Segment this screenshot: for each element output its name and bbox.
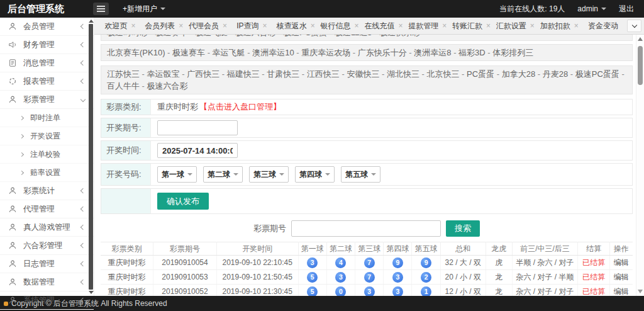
close-icon[interactable]: × [131,22,135,30]
game-link[interactable]: 极速时时彩 [107,35,148,37]
edit-link[interactable]: 编辑 [614,258,629,267]
sidebar-subitem-odds-settings[interactable]: 赔率设置 [0,164,94,182]
game-link[interactable]: 江苏快三 [107,69,140,79]
game-link[interactable]: 安徽快三 [347,69,379,79]
publish-button[interactable]: 确认发布 [157,193,209,210]
game-link[interactable]: 福建快三 [227,69,260,79]
ball-select[interactable]: 第五球 [341,166,380,183]
edit-link[interactable]: 编辑 [614,287,629,296]
ball-select[interactable]: 第一球 [157,166,197,183]
user-menu[interactable]: admin [577,4,606,13]
sidebar-item-data[interactable]: 数据管理 [0,273,94,291]
ball-select[interactable]: 第四球 [295,166,335,183]
close-icon[interactable]: × [574,22,579,30]
sidebar-item-system[interactable]: 系统管理 [0,291,94,310]
close-icon[interactable]: × [263,22,267,30]
sidebar-item-mark-six[interactable]: 六合彩管理 [0,237,94,255]
game-link[interactable]: 丹麦28 [543,69,568,79]
tab-ip-query[interactable]: IP查询× [230,21,274,31]
logout-button[interactable]: 退出 [619,4,634,14]
search-button[interactable]: 搜索 [446,220,480,237]
scroll-down-icon[interactable] [638,290,643,293]
game-link[interactable]: 体彩排列三 [492,48,533,57]
column-header: 结算 [578,242,609,256]
game-link[interactable]: 极速赛车 [155,35,188,37]
game-link[interactable]: 北京赛车(PK10) [107,48,165,57]
close-icon[interactable]: × [311,22,315,30]
game-link[interactable]: 极速六合彩 [235,35,276,37]
search-input[interactable] [291,220,441,237]
game-link[interactable]: 极速PC蛋蛋 [283,35,327,37]
game-link[interactable]: 澳洲幸运10 [252,48,294,57]
game-link[interactable]: 重庆幸运农场 [301,48,350,57]
game-link[interactable]: 极速快乐彩 [379,35,420,37]
sidebar-item-message[interactable]: 消息管理 [0,54,94,72]
file-icon [8,59,18,68]
game-link[interactable]: 百人牛牛 [107,81,140,91]
game-link[interactable]: 加拿大28 [502,69,535,79]
sidebar-item-lottery[interactable]: 彩票管理 [0,91,94,109]
game-link[interactable]: 北京快三 [427,69,460,79]
close-icon[interactable]: × [223,22,227,30]
sidebar-item-lottery-stats[interactable]: 彩票统计 [0,182,94,200]
time-input[interactable] [157,143,238,158]
sidebar-item-finance[interactable]: 财务管理 [0,36,94,54]
close-icon[interactable]: × [442,22,447,30]
game-link[interactable]: 湖北快三 [387,69,419,79]
sidebar-subitem-order-check[interactable]: 注单校验 [0,145,94,164]
game-link[interactable]: 极速六合彩 [147,81,188,91]
game-link[interactable]: 澳洲幸运8 [414,48,451,57]
tab-transfer-remit[interactable]: 转账汇款× [450,21,494,31]
ball-select[interactable]: 第三球 [249,166,289,183]
game-link[interactable]: 极速PC蛋蛋 [575,69,619,79]
tab-agent-member[interactable]: 代理会员× [186,21,230,31]
tab-member-list[interactable]: 会员列表× [142,21,186,31]
sidebar-scrollbar[interactable] [88,18,94,296]
hamburger-icon[interactable] [93,3,109,15]
ball-select[interactable]: 第二球 [203,166,243,183]
game-link[interactable]: 广东快乐十分 [358,48,407,57]
scroll-down-icon[interactable] [89,291,94,294]
game-link[interactable]: PC蛋蛋 [467,69,494,79]
market-link[interactable]: 【点击进入盘口管理】 [199,101,281,113]
close-icon[interactable]: × [179,22,183,30]
sidebar-item-report[interactable]: 报表管理 [0,72,94,91]
close-icon[interactable]: × [355,22,359,30]
game-link[interactable]: 幸运飞艇 [213,48,245,57]
tab-remit-settings[interactable]: 汇款设置× [493,21,537,31]
new-user-button[interactable]: +新增用户 [123,4,165,14]
sidebar-item-member[interactable]: 会员管理 [0,18,94,36]
sidebar-scrollbar-thumb[interactable] [89,24,93,290]
sidebar-subitem-instant-orders[interactable]: 即时注单 [0,109,94,127]
main-scrollbar-thumb[interactable] [638,46,643,85]
issue-input[interactable] [157,120,238,135]
tab-welcome[interactable]: 欢迎页× [98,21,142,31]
user-icon [8,241,18,251]
game-link[interactable]: 幸运骰宝 [147,69,180,79]
sidebar-item-live-games[interactable]: 真人游戏管理 [0,218,94,237]
sidebar-item-agent[interactable]: 代理管理 [0,200,94,218]
sidebar-item-logs[interactable]: 日志管理 [0,255,94,273]
tab-overflow-button[interactable] [627,20,641,32]
close-icon[interactable]: × [486,22,491,30]
scroll-up-icon[interactable] [638,37,643,41]
close-icon[interactable]: × [530,22,535,30]
tab-withdraw-manage[interactable]: 提款管理× [406,21,450,31]
main-scrollbar[interactable] [636,35,644,296]
game-link[interactable]: 广西快三 [187,69,219,79]
tab-online-deposit[interactable]: 在线充值× [362,21,406,31]
close-icon[interactable]: × [398,22,402,30]
tab-fund-changes[interactable]: 资金变动 [581,21,625,31]
edit-link[interactable]: 编辑 [614,273,629,281]
game-link[interactable]: 极速11选5 [335,35,372,37]
tab-rebate-check[interactable]: 核查返水× [274,21,318,31]
sidebar-subitem-draw-settings[interactable]: 开奖设置 [0,127,94,145]
game-link[interactable]: 极速赛车 [172,48,205,57]
tab-bank-info[interactable]: 银行信息× [318,21,362,31]
game-link[interactable]: 甘肃快三 [267,69,299,79]
scroll-up-icon[interactable] [89,20,94,23]
tab-add-deduct[interactable]: 加款扣款× [537,21,581,31]
game-link[interactable]: 极速飞艇 [195,35,228,37]
game-link[interactable]: 福彩3D [458,48,486,57]
game-link[interactable]: 江西快三 [307,69,340,79]
